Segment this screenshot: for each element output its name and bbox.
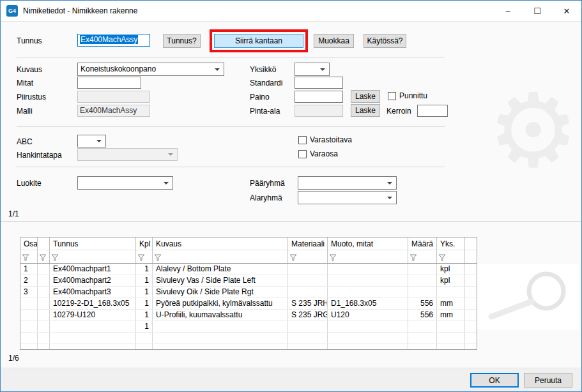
table-row[interactable]	[20, 344, 477, 350]
minimize-icon[interactable]: –	[493, 1, 523, 21]
dialog-body: ⚙ Tunnus Ex400MachAssy Tunnus? Siirrä ka…	[1, 21, 581, 392]
table-cell	[288, 333, 328, 343]
paino-label: Paino	[250, 93, 270, 102]
form-page-indicator: 1/1	[8, 209, 19, 218]
punnittu-checkbox-box	[388, 92, 396, 100]
table-cell: 1	[136, 298, 153, 309]
table-cell: U-Profiili, kuumavalssattu	[153, 310, 288, 320]
mitat-input[interactable]	[77, 77, 141, 89]
table-cell: 1	[136, 287, 153, 298]
siirra-kantaan-button[interactable]: Siirrä kantaan	[214, 34, 303, 48]
column-filter-button[interactable]	[153, 250, 288, 263]
paino-input[interactable]	[295, 91, 343, 103]
table-cell: mm	[437, 298, 465, 309]
kuvaus-combobox[interactable]: Koneistuskokoonpano	[77, 63, 224, 76]
cancel-button[interactable]: Peruuta	[524, 373, 572, 388]
column-header-Tunnus: Tunnus	[50, 237, 136, 250]
table-cell	[38, 321, 50, 332]
punnittu-checkbox[interactable]: Punnittu	[388, 91, 427, 100]
dialog-window: G4 Nimiketiedot - Nimikkeen rakenne – ☐ …	[0, 0, 582, 392]
section-divider	[1, 221, 581, 222]
alaryhma-combobox[interactable]	[298, 191, 397, 204]
kaytossa-button[interactable]: Käytössä?	[364, 34, 406, 48]
alaryhma-label: Alaryhmä	[250, 193, 282, 202]
varaosa-checkbox[interactable]: Varaosa	[298, 149, 338, 158]
table-cell: Ex400machpart2	[50, 275, 136, 286]
varaosa-checkbox-box	[298, 150, 307, 158]
table-cell	[408, 264, 437, 275]
column-filter-button[interactable]	[50, 250, 136, 263]
table-cell: Sivulevy Oik / Side Plate Rgt	[153, 287, 288, 298]
column-filter-button[interactable]	[328, 250, 408, 263]
column-filter-button[interactable]	[20, 250, 38, 263]
gear-watermark-icon: ⚙	[487, 80, 579, 182]
table-row[interactable]: 10279-U1201U-Profiili, kuumavalssattuS 2…	[20, 310, 477, 321]
close-icon[interactable]: ✕	[552, 1, 581, 21]
table-cell	[437, 333, 465, 343]
table-cell: Sivulevy Vas / Side Plate Left	[153, 275, 288, 286]
parts-table: OsaTunnusKplKuvausMateriaaliMuoto, mitat…	[20, 237, 477, 350]
filter-funnel-icon	[22, 254, 29, 261]
table-cell	[288, 321, 328, 332]
table-row[interactable]: 1	[20, 321, 477, 333]
table-cell-filler	[465, 344, 477, 350]
table-cell: 3	[20, 287, 38, 298]
muokkaa-button[interactable]: Muokkaa	[314, 34, 354, 48]
yksikko-combobox[interactable]	[295, 63, 330, 76]
divider	[17, 57, 445, 57]
piirustus-input	[77, 91, 150, 103]
column-filter-button[interactable]	[408, 250, 437, 263]
laske-paino-button[interactable]: Laske	[351, 90, 380, 103]
maximize-icon[interactable]: ☐	[523, 1, 552, 21]
ok-button[interactable]: OK	[470, 373, 519, 388]
punnittu-checkbox-label: Punnittu	[399, 91, 427, 100]
standardi-input[interactable]	[295, 77, 343, 89]
column-filter-button[interactable]	[437, 250, 465, 263]
kuvaus-label: Kuvaus	[17, 65, 42, 74]
table-cell	[408, 287, 437, 298]
table-cell	[38, 344, 50, 350]
tunnus-input[interactable]: Ex400MachAssy	[77, 34, 150, 47]
paaryhma-combobox[interactable]	[298, 176, 397, 190]
table-body: 1Ex400machpart11Alalevy / Bottom Platekp…	[20, 264, 477, 350]
filter-funnel-icon	[289, 254, 297, 261]
title-bar: G4 Nimiketiedot - Nimikkeen rakenne – ☐ …	[1, 1, 581, 22]
table-cell: Alalevy / Bottom Plate	[153, 264, 288, 275]
abc-combobox[interactable]	[77, 135, 106, 147]
kerroin-label: Kerroin	[387, 107, 411, 116]
table-row[interactable]: 2Ex400machpart21Sivulevy Vas / Side Plat…	[20, 275, 477, 287]
column-header-Materiaali: Materiaali	[288, 237, 328, 250]
table-cell: 10279-U120	[50, 310, 136, 320]
filter-funnel-icon	[329, 254, 337, 261]
standardi-label: Standardi	[250, 79, 282, 87]
table-row[interactable]: 3Ex400machpart31Sivulevy Oik / Side Plat…	[20, 287, 477, 298]
table-cell: 556	[408, 298, 437, 309]
column-header-Osa: Osa	[20, 237, 38, 250]
tunnus-query-button[interactable]: Tunnus?	[163, 34, 201, 48]
table-cell-filler	[465, 298, 477, 309]
table-cell: S 235 JRH	[288, 298, 328, 309]
table-cell	[38, 333, 50, 343]
footer-divider	[1, 368, 581, 369]
table-row[interactable]: 10219-2-D1_168.3x051Pyöreä putkipalkki, …	[20, 298, 477, 310]
table-cell	[50, 333, 136, 343]
table-cell	[20, 333, 38, 343]
table-row[interactable]	[20, 333, 477, 344]
varastoitava-checkbox[interactable]: Varastoitava	[298, 135, 352, 144]
kerroin-input[interactable]	[417, 105, 448, 117]
column-filter-button[interactable]	[288, 250, 328, 263]
column-filter-button[interactable]	[38, 250, 50, 263]
table-cell	[437, 344, 465, 350]
table-cell: kpl	[437, 264, 465, 275]
table-cell: 10219-2-D1_168.3x05	[50, 298, 136, 309]
laske-pinta-ala-button[interactable]: Laske	[351, 104, 380, 117]
table-cell: 556	[408, 310, 437, 320]
table-cell-filler	[465, 264, 477, 275]
luokite-combobox[interactable]	[77, 176, 173, 190]
column-filter-button[interactable]	[136, 250, 153, 263]
table-row[interactable]: 1Ex400machpart11Alalevy / Bottom Platekp…	[20, 264, 477, 275]
divider	[17, 126, 445, 127]
table-cell	[408, 275, 437, 286]
table-cell	[153, 344, 288, 350]
table-cell	[136, 333, 153, 343]
